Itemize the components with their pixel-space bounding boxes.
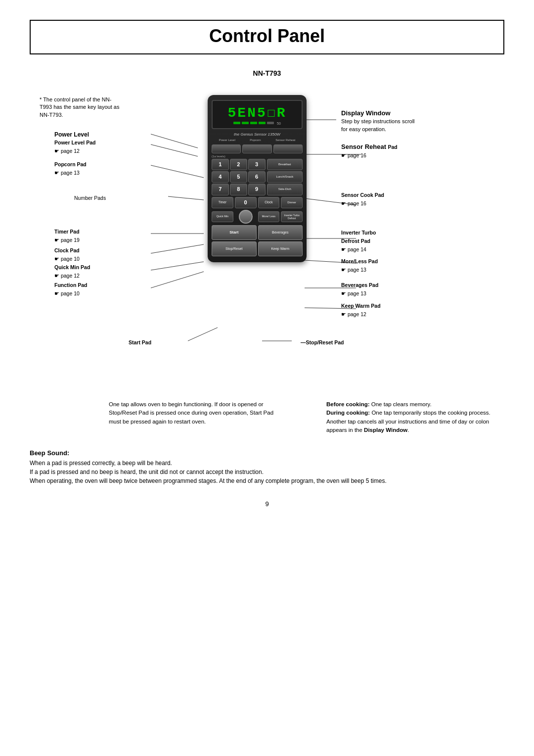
button-row-1 — [212, 144, 303, 153]
btn-clock[interactable]: Clock — [258, 197, 280, 208]
btn-6[interactable]: 6 — [248, 171, 266, 183]
label-power-level-pad: Power Level Pad ☛ page 12 — [54, 139, 95, 155]
panel-label-power: Power Level — [219, 139, 235, 142]
svg-line-8 — [188, 328, 218, 341]
btn-inverter-turbo[interactable]: Inverter Turbo Defrost — [281, 211, 303, 222]
page-title-box: Control Panel — [30, 20, 504, 54]
svg-line-2 — [151, 165, 204, 178]
beep-line-2: If a pad is pressed and no beep is heard… — [30, 468, 504, 476]
model-label: NN-T793 — [30, 69, 504, 77]
label-more-less: More/Less Pad ☛ page 13 — [341, 257, 378, 274]
btn-more-less[interactable]: More/ Less — [258, 211, 280, 222]
page-title: Control Panel — [31, 26, 503, 47]
svg-line-5 — [151, 244, 204, 253]
btn-beverages[interactable]: Beverages — [258, 225, 303, 240]
display-window-area: 5EN5☐R 50 — [212, 100, 303, 129]
diagram-section: NN-T793 * The control panel of the NN-T9… — [30, 69, 504, 434]
panel-levels-label: (1a levels) — [212, 155, 303, 158]
label-quick-min-pad: Quick Min Pad ☛ page 12 — [54, 263, 90, 280]
btn-quick-min[interactable]: Quick Min — [212, 211, 233, 222]
label-start-pad: Start Pad — [129, 338, 151, 347]
label-popcorn-pad: Popcorn Pad ☛ page 13 — [54, 160, 87, 177]
panel-label-sensor-reheat: Sensor Reheat — [275, 139, 295, 142]
page-number: 9 — [30, 500, 504, 508]
note-text: * The control panel of the NN-T993 has t… — [40, 96, 121, 119]
food-grid-right: Breakfast Lunch/Snack Side-Dish — [267, 159, 303, 195]
btn-8[interactable]: 8 — [230, 184, 247, 195]
btn-side-dish[interactable]: Side-Dish — [267, 184, 303, 195]
btn-3[interactable]: 3 — [248, 159, 266, 170]
svg-line-6 — [151, 262, 204, 270]
label-sensor-reheat: Sensor Reheat Pad ☛ page 16 — [341, 142, 398, 160]
svg-line-7 — [151, 272, 204, 288]
microwave-panel: 5EN5☐R 50 the Genius Sensor 1350W Power … — [208, 95, 307, 262]
button-row-quick: Quick Min More/ Less Inverter Turbo Defr… — [212, 210, 303, 224]
label-timer-pad: Timer Pad ☛ page 19 — [54, 228, 80, 244]
svg-line-3 — [168, 196, 204, 200]
button-row-timer: Timer 0 Clock Dinner — [212, 197, 303, 208]
btn-keep-warm[interactable]: Keep Warm — [258, 241, 303, 256]
btn-stop-reset[interactable]: Stop/Reset — [212, 241, 257, 256]
svg-line-0 — [151, 134, 198, 148]
label-clock-pad: Clock Pad ☛ page 10 — [54, 246, 80, 263]
label-sensor-cook: Sensor Cook Pad ☛ page 16 — [341, 191, 384, 208]
btn-sensor-reheat[interactable] — [273, 144, 303, 153]
btn-4[interactable]: 4 — [212, 171, 229, 183]
panel-label-popcorn: Popcorn — [250, 139, 261, 142]
label-display-window: Display Window Step by step instructions… — [341, 109, 420, 133]
brand-name: the Genius Sensor 1350W — [212, 132, 303, 137]
btn-start[interactable]: Start — [212, 225, 257, 240]
button-row-stop: Stop/Reset Keep Warm — [212, 241, 303, 256]
btn-2[interactable]: 2 — [230, 159, 247, 170]
beep-line-1: When a pad is pressed correctly, a beep … — [30, 459, 504, 468]
bottom-descriptions: One tap allows oven to begin functioning… — [30, 400, 504, 434]
beep-title: Beep Sound: — [30, 449, 504, 457]
btn-1[interactable]: 1 — [212, 159, 229, 170]
btn-power-level[interactable] — [212, 144, 241, 153]
btn-lunch-snack[interactable]: Lunch/Snack — [267, 171, 303, 183]
display-bars: 50 — [217, 122, 298, 125]
label-beverages: Beverages Pad ☛ page 13 — [341, 281, 378, 298]
number-grid-left: 1 2 3 4 5 6 7 8 9 — [212, 159, 266, 195]
label-keep-warm: Keep Warm Pad ☛ page 12 — [341, 302, 381, 319]
beep-section: Beep Sound: When a pad is pressed correc… — [30, 449, 504, 485]
btn-popcorn[interactable] — [242, 144, 271, 153]
button-row-start: Start Beverages — [212, 225, 303, 240]
label-stop-reset: —Stop/Reset Pad — [301, 338, 344, 347]
btn-function[interactable] — [239, 210, 253, 224]
diagram-container: * The control panel of the NN-T993 has t… — [30, 81, 504, 398]
svg-line-1 — [151, 144, 198, 156]
start-description: One tap allows oven to begin functioning… — [109, 400, 277, 434]
btn-9[interactable]: 9 — [248, 184, 266, 195]
btn-breakfast[interactable]: Breakfast — [267, 159, 303, 170]
label-function-pad: Function Pad ☛ page 10 — [54, 281, 88, 298]
label-number-pads: Number Pads — [74, 194, 106, 202]
btn-0[interactable]: 0 — [235, 197, 257, 208]
number-food-grid: 1 2 3 4 5 6 7 8 9 Breakfast Lunch/Snack … — [212, 159, 303, 195]
label-inverter-turbo: Inverter Turbo Defrost Pad ☛ page 14 — [341, 229, 376, 253]
panel-top-labels: Power Level Popcorn Sensor Reheat — [212, 139, 303, 142]
beep-line-3: When operating, the oven will beep twice… — [30, 476, 504, 485]
btn-dinner[interactable]: Dinner — [281, 197, 303, 208]
label-power-level-title: Power Level — [54, 131, 89, 139]
btn-7[interactable]: 7 — [212, 184, 229, 195]
display-digits: 5EN5☐R — [217, 104, 298, 121]
btn-5[interactable]: 5 — [230, 171, 247, 183]
btn-timer[interactable]: Timer — [212, 197, 233, 208]
stop-reset-description: Before cooking: One tap clears memory. D… — [326, 400, 504, 434]
